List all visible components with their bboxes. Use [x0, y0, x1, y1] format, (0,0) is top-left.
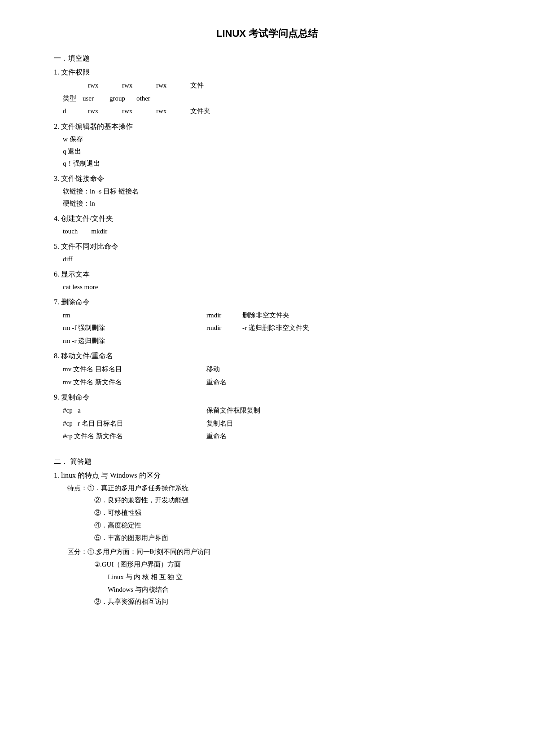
item-2-label: 文件编辑器的基本操作 [61, 123, 133, 130]
item-6-header: 6. 显示文本 [54, 270, 480, 279]
perm-type-row: 类型 user group other [63, 92, 480, 105]
editor-cmd-1: w 保存 [63, 133, 480, 145]
item-5-label: 文件不同对比命令 [61, 242, 118, 250]
item-3-label: 文件链接命令 [61, 175, 104, 182]
item-8-label: 移动文件/重命名 [61, 352, 113, 360]
perm-row-file: — rwx rwx rwx 文件 [63, 79, 480, 92]
section2-item-1-header: 1. linux 的特点 与 Windows 的区分 [54, 471, 480, 480]
item-1: 1. 文件权限 — rwx rwx rwx 文件 类型 user group o… [54, 68, 480, 118]
item-8: 8. 移动文件/重命名 mv 文件名 目标名目 移动 mv 文件名 新文件名 重… [54, 352, 480, 388]
item-9-num: 9. [54, 393, 59, 401]
item-9: 9. 复制命令 #cp –a 保留文件权限复制 #cp –r 名目 目标名目 复… [54, 393, 480, 443]
perm-row-dir: d rwx rwx rwx 文件夹 [63, 105, 480, 118]
item-4-num: 4. [54, 215, 59, 222]
item-5-num: 5. [54, 242, 59, 250]
page-title: LINUX 考试学问点总结 [54, 27, 480, 40]
item-3-num: 3. [54, 175, 59, 182]
editor-cmd-3: q！强制退出 [63, 158, 480, 170]
item-1-num: 1. [54, 68, 59, 76]
link-hard: 硬链接：ln [63, 198, 480, 210]
section1: 一．填空题 1. 文件权限 — rwx rwx rwx 文件 类型 user g… [54, 54, 480, 443]
diff-cmd: diff [63, 253, 480, 265]
item-9-header: 9. 复制命令 [54, 393, 480, 402]
cp-row-1: #cp –a 保留文件权限复制 [63, 404, 480, 417]
cp-row-2: #cp –r 名目 目标名目 复制名目 [63, 417, 480, 430]
item-3-header: 3. 文件链接命令 [54, 174, 480, 184]
item-8-header: 8. 移动文件/重命名 [54, 352, 480, 361]
mv-row-2: mv 文件名 新文件名 重命名 [63, 376, 480, 389]
section2: 二． 简答题 1. linux 的特点 与 Windows 的区分 特点：①．真… [54, 457, 480, 609]
item-7-label: 删除命令 [61, 298, 90, 306]
item-1-label: 文件权限 [61, 68, 90, 76]
qufen-2b: Windows 与内核结合 [108, 584, 480, 596]
item-7-num: 7. [54, 298, 59, 306]
tezheng-4: ④．高度稳定性 [94, 519, 480, 532]
qufen-3: ③．共享资源的相互访问 [94, 596, 480, 608]
item-4-header: 4. 创建文件/文件夹 [54, 214, 480, 224]
qufen-2: ②.GUI（图形用户界面）方面 [94, 558, 480, 571]
qufen-header: 区分：①.多用户方面：同一时刻不同的用户访问 [67, 546, 480, 558]
blank-line [54, 443, 480, 449]
show-cmds: cat less more [63, 281, 480, 293]
item-2-num: 2. [54, 123, 59, 130]
tezheng-block: 特点：①．真正的多用户多任务操作系统 ②．良好的兼容性，开发功能强 ③．可移植性… [67, 482, 480, 545]
item-9-label: 复制命令 [61, 393, 90, 401]
item-6: 6. 显示文本 cat less more [54, 270, 480, 293]
item-4-label: 创建文件/文件夹 [61, 215, 113, 222]
item-5: 5. 文件不同对比命令 diff [54, 242, 480, 265]
cp-row-3: #cp 文件名 新文件名 重命名 [63, 430, 480, 443]
delete-row-1: rm rmdir 删除非空文件夹 [63, 309, 480, 322]
item-6-label: 显示文本 [61, 270, 90, 278]
tezheng-3: ③．可移植性强 [94, 507, 480, 519]
qufen-2a: Linux 与 内 核 相 互 独 立 [108, 571, 480, 584]
perm-char-file: — [63, 79, 81, 92]
create-cmds: touch mkdir [63, 225, 480, 237]
item-1-header: 1. 文件权限 [54, 68, 480, 77]
tezheng-2: ②．良好的兼容性，开发功能强 [94, 494, 480, 507]
section1-header: 一．填空题 [54, 54, 480, 63]
section2-header: 二． 简答题 [54, 457, 480, 466]
item-2-header: 2. 文件编辑器的基本操作 [54, 122, 480, 132]
section2-item-1-label: linux 的特点 与 Windows 的区分 [61, 471, 161, 479]
item-6-num: 6. [54, 270, 59, 278]
delete-row-3: rm -r 递归删除 [63, 334, 480, 347]
item-2: 2. 文件编辑器的基本操作 w 保存 q 退出 q！强制退出 [54, 122, 480, 170]
item-4: 4. 创建文件/文件夹 touch mkdir [54, 214, 480, 237]
mv-row-1: mv 文件名 目标名目 移动 [63, 363, 480, 376]
perm-char-dir: d [63, 105, 81, 118]
editor-cmd-2: q 退出 [63, 145, 480, 158]
section2-item-1-num: 1. [54, 471, 59, 479]
item-8-num: 8. [54, 352, 59, 360]
link-soft: 软链接：ln -s 目标 链接名 [63, 185, 480, 198]
item-7: 7. 删除命令 rm rmdir 删除非空文件夹 rm -f 强制删除 rmdi… [54, 298, 480, 347]
tezheng-5: ⑤．丰富的图形用户界面 [94, 532, 480, 545]
tezheng-header: 特点：①．真正的多用户多任务操作系统 [67, 482, 480, 495]
item-3: 3. 文件链接命令 软链接：ln -s 目标 链接名 硬链接：ln [54, 174, 480, 210]
section2-item-1: 1. linux 的特点 与 Windows 的区分 特点：①．真正的多用户多任… [54, 471, 480, 609]
qufen-block: 区分：①.多用户方面：同一时刻不同的用户访问 ②.GUI（图形用户界面）方面 L… [67, 546, 480, 608]
item-7-header: 7. 删除命令 [54, 298, 480, 307]
delete-row-2: rm -f 强制删除 rmdir -r 递归删除非空文件夹 [63, 321, 480, 334]
item-5-header: 5. 文件不同对比命令 [54, 242, 480, 251]
